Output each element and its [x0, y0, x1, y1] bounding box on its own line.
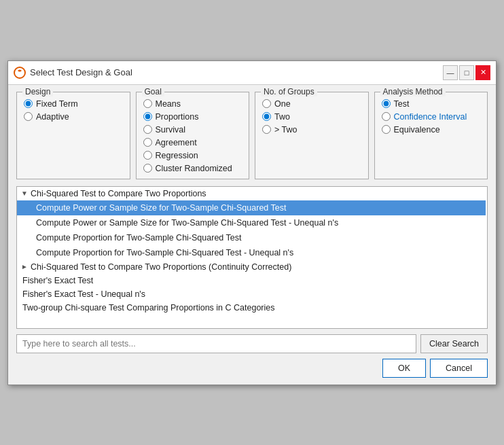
close-button[interactable]: ✕ [475, 65, 490, 80]
section-fishers-label: Fisher's Exact Test [22, 276, 93, 285]
proportions-label: Proportions [156, 112, 199, 122]
section-two-group-label: Two-group Chi-square Test Comparing Prop… [22, 303, 274, 313]
minimize-button[interactable]: — [443, 65, 458, 80]
radio-two[interactable]: Two [262, 112, 361, 122]
search-row: Clear Search [16, 334, 488, 353]
cluster-randomized-label: Cluster Randomized [156, 164, 232, 173]
num-groups-group: No. of Groups One Two > Two [255, 92, 369, 179]
test-label: Test [394, 99, 410, 109]
radio-agreement[interactable]: Agreement [143, 138, 242, 147]
confidence-interval-label: Confidence Interval [394, 112, 467, 122]
radio-cluster-randomized[interactable]: Cluster Randomized [143, 164, 242, 173]
section-chi-squared-label: Chi-Squared Test to Compare Two Proporti… [31, 189, 206, 198]
list-item-0-2[interactable]: Compute Proportion for Two-Sample Chi-Sq… [17, 230, 486, 245]
radio-equivalence[interactable]: Equivalence [382, 125, 481, 135]
section-continuity-label: Chi-Squared Test to Compare Two Proporti… [31, 262, 291, 272]
design-legend: Design [22, 87, 53, 96]
dialog-content: Design Fixed Term Adaptive Goal [8, 85, 496, 385]
means-label: Means [156, 99, 181, 109]
radio-gt-two[interactable]: > Two [262, 125, 361, 135]
num-groups-options: One Two > Two [262, 99, 361, 135]
radio-test[interactable]: Test [382, 99, 481, 109]
two-label: Two [274, 112, 290, 122]
expand-arrow-1: ▼ [21, 190, 28, 197]
analysis-method-options: Test Confidence Interval Equivalence [382, 99, 481, 135]
app-icon [14, 67, 26, 79]
one-label: One [274, 99, 291, 109]
radio-confidence-interval[interactable]: Confidence Interval [382, 112, 481, 122]
radio-fixed-term[interactable]: Fixed Term [24, 99, 123, 109]
cancel-button[interactable]: Cancel [430, 359, 488, 378]
equivalence-label: Equivalence [394, 125, 440, 135]
test-list-scroll[interactable]: ▼ Chi-Squared Test to Compare Two Propor… [17, 187, 487, 328]
section-fishers-unequal[interactable]: Fisher's Exact Test - Unequal n's [17, 287, 486, 301]
search-input[interactable] [16, 334, 416, 353]
radio-regression[interactable]: Regression [143, 151, 242, 160]
section-chi-squared[interactable]: ▼ Chi-Squared Test to Compare Two Propor… [17, 187, 486, 200]
analysis-method-legend: Analysis Method [380, 87, 446, 96]
section-fishers-unequal-label: Fisher's Exact Test - Unequal n's [22, 289, 145, 299]
maximize-button[interactable]: □ [459, 65, 474, 80]
fixed-term-label: Fixed Term [36, 99, 78, 109]
design-group: Design Fixed Term Adaptive [16, 92, 130, 179]
goal-options: Means Proportions Survival Agreement [143, 99, 242, 173]
adaptive-label: Adaptive [36, 112, 69, 122]
radio-survival[interactable]: Survival [143, 125, 242, 135]
svg-point-0 [14, 67, 25, 78]
survival-label: Survival [156, 125, 185, 135]
bottom-buttons: OK Cancel [16, 359, 488, 378]
radio-proportions[interactable]: Proportions [143, 112, 242, 122]
agreement-label: Agreement [156, 138, 197, 147]
window-controls: — □ ✕ [443, 65, 490, 80]
main-window: Select Test Design & Goal — □ ✕ Design F… [7, 60, 497, 385]
design-options: Fixed Term Adaptive [24, 99, 123, 122]
list-item-0-0[interactable]: Compute Power or Sample Size for Two-Sam… [17, 200, 486, 215]
top-panels: Design Fixed Term Adaptive Goal [16, 92, 488, 179]
gt-two-label: > Two [274, 125, 297, 135]
list-item-0-1[interactable]: Compute Power or Sample Size for Two-Sam… [17, 215, 486, 230]
section-fishers[interactable]: Fisher's Exact Test [17, 274, 486, 287]
radio-means[interactable]: Means [143, 99, 242, 109]
clear-search-button[interactable]: Clear Search [420, 334, 488, 353]
list-item-0-3[interactable]: Compute Proportion for Two-Sample Chi-Sq… [17, 245, 486, 260]
expand-arrow-2: ► [21, 263, 28, 270]
analysis-method-group: Analysis Method Test Confidence Interval… [374, 92, 488, 179]
radio-one[interactable]: One [262, 99, 361, 109]
test-list-wrapper: ▼ Chi-Squared Test to Compare Two Propor… [16, 186, 488, 329]
regression-label: Regression [156, 151, 198, 160]
radio-adaptive[interactable]: Adaptive [24, 112, 123, 122]
goal-legend: Goal [142, 87, 164, 96]
ok-button[interactable]: OK [382, 359, 426, 378]
section-two-group[interactable]: Two-group Chi-square Test Comparing Prop… [17, 301, 486, 315]
title-bar: Select Test Design & Goal — □ ✕ [8, 61, 496, 85]
goal-group: Goal Means Proportions Survival [136, 92, 250, 179]
section-continuity-corrected[interactable]: ► Chi-Squared Test to Compare Two Propor… [17, 260, 486, 274]
num-groups-legend: No. of Groups [261, 87, 317, 96]
window-title: Select Test Design & Goal [30, 67, 132, 77]
